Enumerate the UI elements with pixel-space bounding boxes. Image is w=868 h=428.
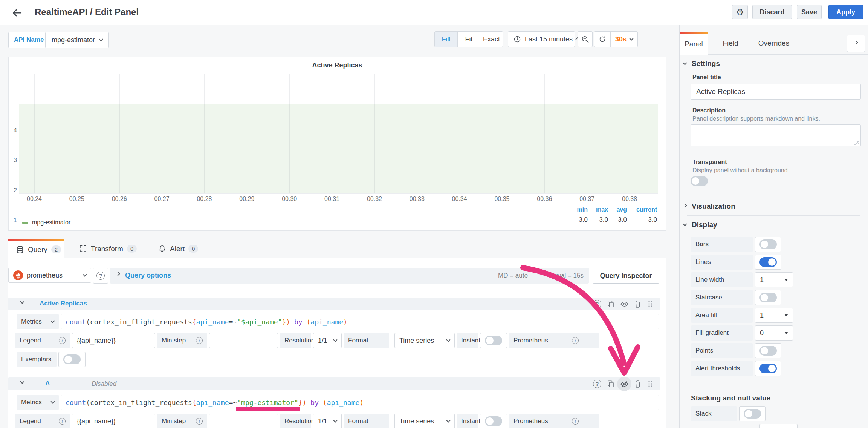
apply-button[interactable]: Apply — [828, 5, 863, 19]
instant-toggle[interactable] — [480, 333, 507, 348]
null-value-select[interactable] — [760, 424, 798, 428]
v-gridline — [460, 74, 460, 193]
trash-icon — [634, 380, 642, 388]
x-tick-label: 00:32 — [367, 196, 382, 202]
legend-input[interactable]: {{api_name}} — [72, 414, 155, 428]
collapse-sidebar-button[interactable] — [847, 35, 865, 52]
x-axis: 00:2400:2500:2600:2700:2800:2900:3000:31… — [19, 196, 658, 203]
format-select[interactable]: Time series — [394, 414, 455, 428]
delete-query-button[interactable] — [633, 299, 642, 308]
time-range-picker[interactable]: Last 15 minutes — [508, 31, 575, 47]
bell-icon — [158, 245, 166, 253]
duplicate-query-button[interactable] — [606, 299, 615, 308]
query-expression-input[interactable]: count(cortex_in_flight_requests{api_name… — [61, 395, 659, 410]
delete-query-button[interactable] — [633, 379, 642, 388]
back-button[interactable] — [11, 6, 23, 19]
duplicate-query-button[interactable] — [606, 379, 615, 388]
alert-thresholds-toggle[interactable] — [755, 361, 781, 376]
chart-title: Active Replicas — [9, 61, 666, 69]
refresh-interval-dropdown[interactable]: 30s — [610, 31, 637, 47]
stat-header-avg[interactable]: avg — [608, 206, 627, 213]
visualization-section-header[interactable]: Visualization — [683, 202, 735, 210]
query-inspector-button[interactable]: Query inspector — [593, 268, 659, 284]
min-step-input[interactable] — [209, 333, 278, 348]
resolution-select[interactable]: 1/1 — [313, 333, 342, 348]
query-row-header[interactable]: A Disabled ? — [8, 377, 660, 390]
toggle-query-visibility-button[interactable] — [620, 379, 629, 388]
panel-title-input[interactable]: Active Replicas — [691, 84, 861, 100]
copy-icon — [607, 300, 615, 308]
triangle-down-icon — [784, 332, 788, 334]
tab-transform[interactable]: Transform 0 — [72, 239, 144, 258]
query-title[interactable]: Active Replicas — [40, 300, 87, 307]
display-mode-exact[interactable]: Exact — [480, 32, 503, 47]
variable-label: API Name — [8, 32, 49, 48]
instant-toggle[interactable] — [480, 414, 507, 428]
display-mode-fit[interactable]: Fit — [457, 32, 480, 47]
metrics-dropdown[interactable]: Metrics — [17, 314, 59, 329]
stat-header-current[interactable]: current — [627, 206, 657, 213]
fill-gradient-select[interactable]: 0 — [755, 325, 793, 341]
format-select[interactable]: Time series — [394, 333, 455, 348]
area-fill-label: Area fill — [691, 308, 753, 323]
staircase-toggle[interactable] — [755, 290, 781, 305]
query-help-button[interactable]: ? — [593, 379, 602, 388]
clock-icon — [513, 35, 521, 43]
tab-underline — [708, 54, 868, 55]
plot-area[interactable] — [19, 74, 658, 193]
query-expression-input[interactable]: count(cortex_in_flight_requests{api_name… — [61, 314, 659, 329]
stat-header-min[interactable]: min — [568, 206, 588, 213]
settings-section-header[interactable]: Settings — [683, 60, 720, 68]
panel-settings-button[interactable]: ⚙ — [732, 5, 748, 19]
eye-icon — [620, 300, 629, 308]
stat-header-max[interactable]: max — [588, 206, 608, 213]
triangle-down-icon — [784, 279, 788, 281]
display-mode-fill[interactable]: Fill — [435, 32, 457, 47]
stacking-heading: Stacking and null value — [691, 394, 770, 402]
query-options-toggle[interactable]: Query options — [125, 272, 171, 279]
line-width-select[interactable]: 1 — [755, 272, 793, 287]
options-sidebar: Panel Field Overrides Settings Panel tit… — [679, 25, 868, 428]
sidebar-tab-field[interactable]: Field — [715, 32, 746, 55]
tab-alert[interactable]: Alert 0 — [151, 239, 206, 258]
zoom-out-button[interactable] — [578, 31, 593, 47]
chevron-down-icon — [446, 418, 450, 422]
legend-input[interactable]: {{api_name}} — [72, 333, 155, 348]
x-tick-label: 00:37 — [579, 196, 594, 202]
metrics-dropdown[interactable]: Metrics — [17, 395, 59, 410]
stack-toggle[interactable] — [739, 406, 766, 421]
points-toggle[interactable] — [755, 343, 781, 358]
refresh-button[interactable] — [594, 35, 610, 43]
legend[interactable]: mpg-estimator — [22, 219, 70, 226]
query-help-button[interactable]: ? — [593, 299, 602, 308]
variable-value-dropdown[interactable]: mpg-estimator — [45, 32, 109, 48]
query-status: Disabled — [92, 380, 116, 388]
toggle-query-visibility-button[interactable] — [620, 299, 629, 308]
sidebar-tab-overrides[interactable]: Overrides — [753, 32, 795, 55]
drag-handle[interactable] — [646, 299, 655, 308]
lines-toggle[interactable] — [755, 255, 781, 270]
display-section-header[interactable]: Display — [683, 221, 717, 229]
tab-query[interactable]: Query 2 — [8, 239, 64, 258]
query-title[interactable]: A — [45, 380, 50, 387]
prometheus-type-label: Prometheus i — [509, 333, 599, 348]
x-tick-label: 00:28 — [197, 196, 212, 202]
bars-toggle[interactable] — [755, 237, 781, 252]
legend-swatch — [22, 222, 28, 224]
query-row-header[interactable]: Active Replicas ? — [8, 298, 660, 310]
datasource-help-button[interactable]: ? — [93, 268, 108, 284]
min-step-input[interactable] — [209, 414, 278, 428]
exemplars-toggle[interactable] — [58, 352, 86, 367]
chevron-down-icon — [629, 36, 633, 40]
save-button[interactable]: Save — [797, 5, 822, 19]
drag-handle[interactable] — [646, 379, 655, 388]
discard-button[interactable]: Discard — [752, 5, 792, 19]
resize-handle-icon[interactable] — [854, 140, 859, 145]
datasource-select[interactable]: prometheus — [8, 268, 91, 283]
staircase-label: Staircase — [691, 290, 753, 305]
resolution-select[interactable]: 1/1 — [313, 414, 342, 428]
area-fill-select[interactable]: 1 — [755, 308, 793, 323]
description-textarea[interactable] — [691, 124, 861, 146]
transparent-toggle[interactable] — [691, 176, 708, 186]
sidebar-tab-panel[interactable]: Panel — [680, 32, 708, 55]
